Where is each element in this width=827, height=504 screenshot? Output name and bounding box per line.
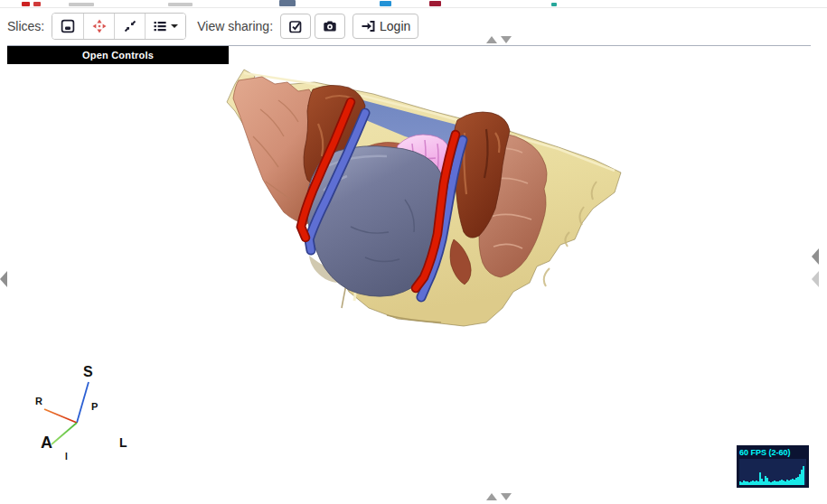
compress-arrows-button[interactable] [114, 14, 145, 39]
compress-arrows-icon [123, 19, 137, 33]
favicon-mark [551, 3, 557, 6]
share-checkbox-button[interactable] [280, 14, 311, 39]
bottom-scroll-arrows [486, 493, 512, 500]
login-label: Login [380, 19, 410, 33]
scroll-left-icon[interactable] [812, 248, 819, 265]
3d-viewport[interactable]: Open Controls S R P A L I 60 FPS (2-60) [7, 45, 811, 492]
slice-panel-icon [61, 19, 75, 33]
fps-stats-panel[interactable]: 60 FPS (2-60) [737, 445, 809, 488]
slices-label: Slices: [7, 19, 44, 33]
favicon-mark [168, 3, 193, 6]
open-controls-bar[interactable]: Open Controls [7, 46, 229, 64]
fps-counter-label: 60 FPS (2-60) [739, 448, 806, 457]
toolbar: Slices: View sharing: [0, 8, 827, 43]
slices-button-group [52, 13, 186, 40]
screenshot-camera-button[interactable] [315, 14, 345, 39]
bookmarks-bar-sliver [0, 0, 827, 8]
list-menu-button[interactable] [145, 14, 185, 39]
view-sharing-label: View sharing: [197, 19, 273, 33]
fps-history-graph [739, 459, 806, 485]
favicon-mark [380, 1, 391, 6]
favicon-mark [429, 1, 441, 6]
top-scroll-arrows [486, 36, 512, 43]
scroll-up-icon[interactable] [486, 36, 497, 43]
favicon-mark [22, 2, 30, 6]
scroll-left-icon[interactable] [0, 271, 7, 287]
list-menu-icon [153, 19, 167, 33]
sign-in-icon [361, 19, 376, 33]
scroll-up-icon[interactable] [486, 493, 497, 500]
favicon-mark [33, 2, 41, 6]
scroll-down-icon[interactable] [501, 36, 512, 43]
favicon-mark [69, 3, 94, 6]
anatomy-model [7, 46, 811, 492]
open-controls-label: Open Controls [82, 50, 154, 61]
login-button[interactable]: Login [352, 14, 418, 39]
crosshair-move-icon [92, 19, 107, 33]
scroll-down-icon[interactable] [501, 493, 512, 500]
scroll-left-icon-faded[interactable] [812, 271, 819, 287]
camera-icon [323, 19, 337, 33]
crosshair-move-button[interactable] [83, 14, 114, 39]
favicon-mark [279, 0, 296, 6]
check-square-icon [288, 19, 303, 33]
slice-panel-button[interactable] [52, 14, 83, 39]
chevron-down-icon [171, 24, 178, 28]
